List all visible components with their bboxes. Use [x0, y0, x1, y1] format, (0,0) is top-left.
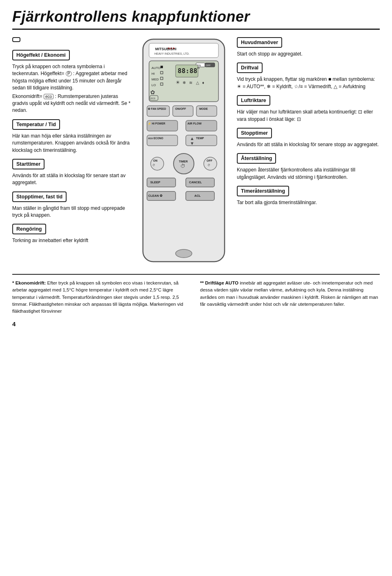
- section-luft: Luftriktare Här väljer man hur luftrikta…: [237, 95, 380, 123]
- section-flaekt: [12, 37, 131, 45]
- svg-text:TEMP: TEMP: [196, 137, 204, 140]
- svg-text:≋: ≋: [189, 80, 192, 85]
- svg-text:CANCEL: CANCEL: [189, 180, 202, 184]
- hog-eco-text: Ekonomidrift= eco : Rumstemperaturen jus…: [12, 93, 131, 114]
- ater-title: Återställning: [237, 153, 276, 164]
- footnote-2: ** Driftläge AUTO innebär att aggregatet…: [200, 280, 380, 315]
- hog-title: Högeffekt / Ekonomi: [12, 50, 70, 60]
- svg-text:SLEEP: SLEEP: [150, 180, 160, 184]
- svg-text:OFF: OFF: [206, 64, 211, 67]
- svg-text:⚡ HI POWER: ⚡ HI POWER: [148, 122, 165, 125]
- right-panel: Huvudmanöver Start och stopp av aggregat…: [237, 37, 380, 211]
- section-stopp: Stopptimer Används för att ställa in klo…: [237, 128, 380, 148]
- luft-title: Luftriktare: [237, 95, 270, 106]
- section-timer-ater: Timeråterställning Tar bort alla gjorda …: [237, 186, 380, 206]
- hog-text: Tryck på knappen och notera symbolerna i…: [12, 63, 131, 92]
- remote-control-area: ⬧⬧⬧ MITSUBISHI HEAVY INDUSTRIES, LTD. AU…: [135, 37, 233, 266]
- temp-text: Här kan man höja eller sänka inställning…: [12, 133, 131, 154]
- timer-text: Tar bort alla gjorda timerinställningar.: [237, 199, 380, 206]
- svg-text:⏱: ⏱: [207, 164, 210, 167]
- svg-text:ON: ON: [153, 159, 158, 162]
- section-drift: Driftval Vid tryck på knappen, flyttar s…: [237, 62, 380, 90]
- temp-title: Temperatur / Tid: [12, 119, 60, 130]
- svg-text:eco ECONO: eco ECONO: [148, 137, 163, 140]
- svg-text:♦: ♦: [202, 80, 204, 85]
- svg-text:HI: HI: [151, 72, 155, 76]
- svg-text:MODE: MODE: [199, 107, 208, 110]
- reng-text: Torkning av innebatteri efter kyldrift: [12, 237, 131, 244]
- svg-text:☀: ☀: [176, 80, 180, 85]
- section-rengoring: Rengöring Torkning av innebatteri efter …: [12, 224, 131, 244]
- section-starttimer: Starttimer Används för att ställa in klo…: [12, 159, 131, 187]
- footnotes: * Ekonomidrift: Efter tryck på knappen s…: [12, 274, 380, 315]
- stopp-fast-title: Stopptimer, fast tid: [12, 191, 67, 202]
- svg-text:▼: ▼: [190, 141, 194, 146]
- flaekt-title: [12, 37, 20, 42]
- stopp-fast-text: Man ställer in gångtid fram till stopp m…: [12, 205, 131, 219]
- svg-text:△: △: [196, 80, 199, 85]
- svg-text:AUTO: AUTO: [151, 66, 160, 70]
- svg-point-63: [176, 249, 192, 258]
- stopp-title: Stopptimer: [237, 128, 272, 138]
- section-stopp-fast: Stopptimer, fast tid Man ställer in gång…: [12, 191, 131, 219]
- section-hog: Högeffekt / Ekonomi Tryck på knappen och…: [12, 50, 131, 114]
- svg-text:CLEAN ✿: CLEAN ✿: [148, 194, 163, 198]
- left-panel: Högeffekt / Ekonomi Tryck på knappen och…: [12, 37, 131, 249]
- svg-text:MED: MED: [151, 78, 159, 81]
- luft-text: Här väljer man hur luftriktaren skall ar…: [237, 109, 380, 123]
- section-huvud: Huvudmanöver Start och stopp av aggregat…: [237, 37, 380, 58]
- svg-text:AIR FLOW: AIR FLOW: [187, 122, 202, 125]
- footnote-1: * Ekonomidrift: Efter tryck på knappen s…: [12, 280, 192, 315]
- svg-text:TIMER: TIMER: [179, 160, 188, 163]
- svg-text:ACL: ACL: [194, 194, 201, 198]
- section-aterst: Återställning Knappen återställer fjärrk…: [237, 153, 380, 181]
- stopp-text: Används för att ställa in klockslag för …: [237, 141, 380, 148]
- svg-text:88:88: 88:88: [178, 67, 197, 75]
- start-text: Används för att ställa in klockslag för …: [12, 172, 131, 187]
- drift-title: Driftval: [237, 62, 263, 73]
- footnote-1-text: * Ekonomidrift: Efter tryck på knappen s…: [12, 280, 192, 315]
- svg-text:ON/OFF: ON/OFF: [175, 107, 186, 110]
- drift-text: Vid tryck på knappen, flyttar sig markör…: [237, 76, 380, 90]
- svg-text:⏱: ⏱: [180, 163, 185, 169]
- svg-text:HEAVY INDUSTRIES, LTD.: HEAVY INDUSTRIES, LTD.: [154, 52, 189, 55]
- svg-text:OFF: OFF: [207, 159, 213, 162]
- svg-text:°: °: [200, 65, 201, 68]
- svg-text:LO: LO: [151, 83, 156, 87]
- huvud-text: Start och stopp av aggregatet.: [237, 51, 380, 58]
- timer-title: Timeråterställning: [237, 186, 289, 196]
- footnote-2-text: ** Driftläge AUTO innebär att aggregatet…: [200, 280, 380, 308]
- svg-rect-10: [160, 66, 163, 68]
- page-number: 4: [12, 320, 380, 327]
- svg-text:▲: ▲: [190, 136, 194, 141]
- svg-text:MITSUBISHI: MITSUBISHI: [155, 47, 176, 51]
- page-title: Fjärrkontrollens knappfunktioner: [12, 8, 380, 30]
- start-title: Starttimer: [12, 159, 45, 169]
- svg-text:❄: ❄: [183, 80, 186, 85]
- remote-svg: ⬧⬧⬧ MITSUBISHI HEAVY INDUSTRIES, LTD. AU…: [137, 37, 231, 266]
- section-temp: Temperatur / Tid Här kan man höja eller …: [12, 119, 131, 154]
- svg-text:✿: ✿: [150, 89, 155, 96]
- huvud-title: Huvudmanöver: [237, 37, 282, 48]
- svg-text:✿ FAN SPEED: ✿ FAN SPEED: [148, 107, 166, 110]
- svg-text:⏱: ⏱: [152, 164, 155, 167]
- reng-title: Rengöring: [12, 224, 46, 234]
- svg-text:eco: eco: [151, 97, 155, 100]
- ater-text: Knappen återställer fjärrkontrollens all…: [237, 167, 380, 181]
